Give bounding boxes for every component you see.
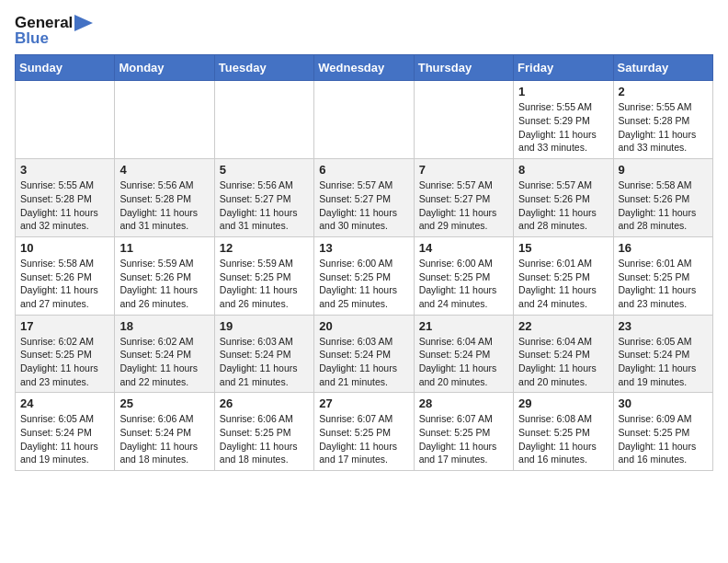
calendar-cell: 14Sunrise: 6:00 AM Sunset: 5:25 PM Dayli… — [414, 236, 513, 315]
day-number: 25 — [119, 396, 209, 410]
day-info: Sunrise: 6:06 AM Sunset: 5:25 PM Dayligh… — [220, 412, 309, 466]
calendar-cell: 29Sunrise: 6:08 AM Sunset: 5:25 PM Dayli… — [514, 393, 613, 471]
weekday-header-row: SundayMondayTuesdayWednesdayThursdayFrid… — [16, 55, 713, 81]
calendar-cell: 21Sunrise: 6:04 AM Sunset: 5:24 PM Dayli… — [414, 315, 513, 393]
day-info: Sunrise: 6:02 AM Sunset: 5:25 PM Dayligh… — [20, 335, 109, 389]
calendar-cell: 26Sunrise: 6:06 AM Sunset: 5:25 PM Dayli… — [214, 393, 313, 471]
day-info: Sunrise: 5:58 AM Sunset: 5:26 PM Dayligh… — [20, 257, 109, 311]
calendar-cell: 4Sunrise: 5:56 AM Sunset: 5:28 PM Daylig… — [115, 159, 214, 237]
logo: General Blue — [15, 15, 93, 47]
day-number: 7 — [419, 163, 508, 177]
day-info: Sunrise: 5:55 AM Sunset: 5:29 PM Dayligh… — [518, 100, 608, 155]
day-number: 14 — [419, 241, 508, 255]
calendar-cell: 15Sunrise: 6:01 AM Sunset: 5:25 PM Dayli… — [514, 236, 613, 315]
day-info: Sunrise: 6:08 AM Sunset: 5:25 PM Dayligh… — [518, 412, 608, 466]
day-number: 18 — [119, 319, 209, 333]
calendar-week-row: 3Sunrise: 5:55 AM Sunset: 5:28 PM Daylig… — [16, 159, 713, 237]
day-info: Sunrise: 5:58 AM Sunset: 5:26 PM Dayligh… — [619, 178, 708, 233]
calendar-week-row: 10Sunrise: 5:58 AM Sunset: 5:26 PM Dayli… — [16, 236, 713, 315]
calendar-cell: 3Sunrise: 5:55 AM Sunset: 5:28 PM Daylig… — [16, 159, 115, 237]
calendar-cell: 17Sunrise: 6:02 AM Sunset: 5:25 PM Dayli… — [16, 315, 115, 393]
weekday-header-friday: Friday — [514, 55, 613, 81]
calendar-cell: 22Sunrise: 6:04 AM Sunset: 5:24 PM Dayli… — [514, 315, 613, 393]
weekday-header-sunday: Sunday — [16, 55, 115, 81]
svg-marker-0 — [74, 15, 93, 31]
weekday-header-wednesday: Wednesday — [314, 55, 414, 81]
day-info: Sunrise: 6:07 AM Sunset: 5:25 PM Dayligh… — [319, 412, 408, 466]
calendar-cell — [115, 81, 214, 159]
day-info: Sunrise: 6:03 AM Sunset: 5:24 PM Dayligh… — [319, 335, 408, 389]
weekday-header-saturday: Saturday — [613, 55, 712, 81]
calendar-cell: 27Sunrise: 6:07 AM Sunset: 5:25 PM Dayli… — [314, 393, 414, 471]
logo-arrow-icon — [74, 15, 93, 31]
day-info: Sunrise: 6:07 AM Sunset: 5:25 PM Dayligh… — [419, 412, 508, 466]
day-info: Sunrise: 5:55 AM Sunset: 5:28 PM Dayligh… — [619, 100, 708, 155]
day-number: 11 — [119, 241, 209, 255]
day-info: Sunrise: 6:02 AM Sunset: 5:24 PM Dayligh… — [119, 335, 209, 389]
day-number: 23 — [619, 319, 708, 333]
calendar-cell: 30Sunrise: 6:09 AM Sunset: 5:25 PM Dayli… — [613, 393, 712, 471]
calendar-cell: 11Sunrise: 5:59 AM Sunset: 5:26 PM Dayli… — [115, 236, 214, 315]
day-number: 10 — [20, 241, 109, 255]
day-info: Sunrise: 5:57 AM Sunset: 5:27 PM Dayligh… — [419, 178, 508, 233]
day-number: 22 — [518, 319, 608, 333]
calendar-cell: 19Sunrise: 6:03 AM Sunset: 5:24 PM Dayli… — [214, 315, 313, 393]
day-number: 19 — [220, 319, 309, 333]
calendar-cell: 20Sunrise: 6:03 AM Sunset: 5:24 PM Dayli… — [314, 315, 414, 393]
calendar-cell: 24Sunrise: 6:05 AM Sunset: 5:24 PM Dayli… — [16, 393, 115, 471]
day-info: Sunrise: 5:57 AM Sunset: 5:27 PM Dayligh… — [319, 178, 408, 233]
day-number: 5 — [220, 163, 309, 177]
calendar-week-row: 17Sunrise: 6:02 AM Sunset: 5:25 PM Dayli… — [16, 315, 713, 393]
day-info: Sunrise: 5:57 AM Sunset: 5:26 PM Dayligh… — [518, 178, 608, 233]
day-info: Sunrise: 5:56 AM Sunset: 5:28 PM Dayligh… — [119, 178, 209, 233]
day-number: 27 — [319, 396, 408, 410]
day-info: Sunrise: 6:01 AM Sunset: 5:25 PM Dayligh… — [619, 257, 708, 311]
day-number: 3 — [20, 163, 109, 177]
weekday-header-monday: Monday — [115, 55, 214, 81]
calendar-cell: 10Sunrise: 5:58 AM Sunset: 5:26 PM Dayli… — [16, 236, 115, 315]
calendar-cell: 2Sunrise: 5:55 AM Sunset: 5:28 PM Daylig… — [613, 81, 712, 159]
day-info: Sunrise: 6:05 AM Sunset: 5:24 PM Dayligh… — [619, 335, 708, 389]
calendar-cell — [16, 81, 115, 159]
day-info: Sunrise: 5:59 AM Sunset: 5:25 PM Dayligh… — [220, 257, 309, 311]
day-number: 13 — [319, 241, 408, 255]
day-info: Sunrise: 5:56 AM Sunset: 5:27 PM Dayligh… — [220, 178, 309, 233]
day-info: Sunrise: 6:01 AM Sunset: 5:25 PM Dayligh… — [518, 257, 608, 311]
calendar-table: SundayMondayTuesdayWednesdayThursdayFrid… — [15, 54, 713, 471]
day-number: 8 — [518, 163, 608, 177]
calendar-cell: 8Sunrise: 5:57 AM Sunset: 5:26 PM Daylig… — [514, 159, 613, 237]
calendar-cell: 13Sunrise: 6:00 AM Sunset: 5:25 PM Dayli… — [314, 236, 414, 315]
day-number: 17 — [20, 319, 109, 333]
day-info: Sunrise: 6:00 AM Sunset: 5:25 PM Dayligh… — [419, 257, 508, 311]
day-number: 24 — [20, 396, 109, 410]
calendar-cell: 6Sunrise: 5:57 AM Sunset: 5:27 PM Daylig… — [314, 159, 414, 237]
logo-blue: Blue — [15, 30, 49, 48]
day-number: 28 — [419, 396, 508, 410]
logo-image: General Blue — [15, 15, 93, 47]
day-info: Sunrise: 6:03 AM Sunset: 5:24 PM Dayligh… — [220, 335, 309, 389]
calendar-cell: 5Sunrise: 5:56 AM Sunset: 5:27 PM Daylig… — [214, 159, 313, 237]
calendar-cell: 18Sunrise: 6:02 AM Sunset: 5:24 PM Dayli… — [115, 315, 214, 393]
calendar-cell: 16Sunrise: 6:01 AM Sunset: 5:25 PM Dayli… — [613, 236, 712, 315]
day-number: 26 — [220, 396, 309, 410]
weekday-header-tuesday: Tuesday — [214, 55, 313, 81]
day-info: Sunrise: 5:55 AM Sunset: 5:28 PM Dayligh… — [20, 178, 109, 233]
day-number: 21 — [419, 319, 508, 333]
calendar-cell — [414, 81, 513, 159]
calendar-cell: 28Sunrise: 6:07 AM Sunset: 5:25 PM Dayli… — [414, 393, 513, 471]
calendar-cell: 12Sunrise: 5:59 AM Sunset: 5:25 PM Dayli… — [214, 236, 313, 315]
day-number: 2 — [619, 85, 708, 98]
calendar-cell — [214, 81, 313, 159]
day-number: 16 — [619, 241, 708, 255]
day-info: Sunrise: 6:09 AM Sunset: 5:25 PM Dayligh… — [619, 412, 708, 466]
calendar-week-row: 24Sunrise: 6:05 AM Sunset: 5:24 PM Dayli… — [16, 393, 713, 471]
day-info: Sunrise: 6:05 AM Sunset: 5:24 PM Dayligh… — [20, 412, 109, 466]
calendar-cell: 25Sunrise: 6:06 AM Sunset: 5:24 PM Dayli… — [115, 393, 214, 471]
page-header: General Blue — [15, 15, 713, 47]
day-number: 6 — [319, 163, 408, 177]
calendar-week-row: 1Sunrise: 5:55 AM Sunset: 5:29 PM Daylig… — [16, 81, 713, 159]
day-number: 12 — [220, 241, 309, 255]
day-number: 4 — [119, 163, 209, 177]
day-number: 29 — [518, 396, 608, 410]
day-number: 15 — [518, 241, 608, 255]
